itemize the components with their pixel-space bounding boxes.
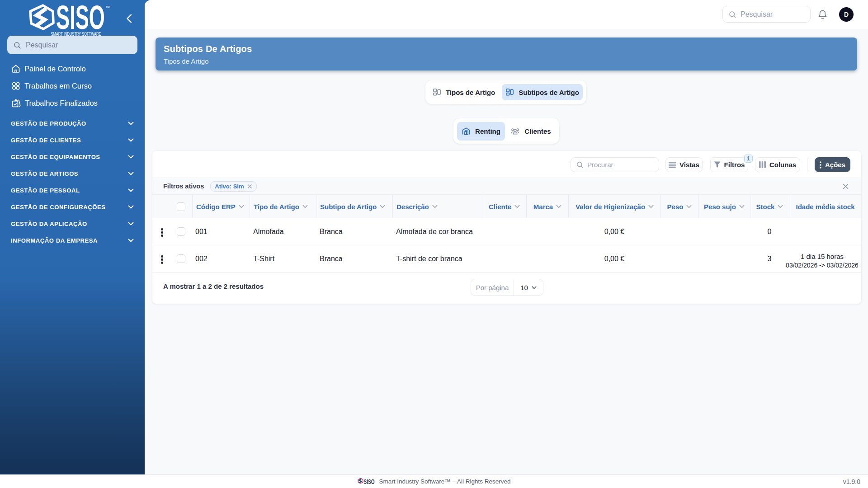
svg-text:™: ™ — [105, 5, 110, 10]
svg-text:SISO: SISO — [364, 478, 375, 485]
